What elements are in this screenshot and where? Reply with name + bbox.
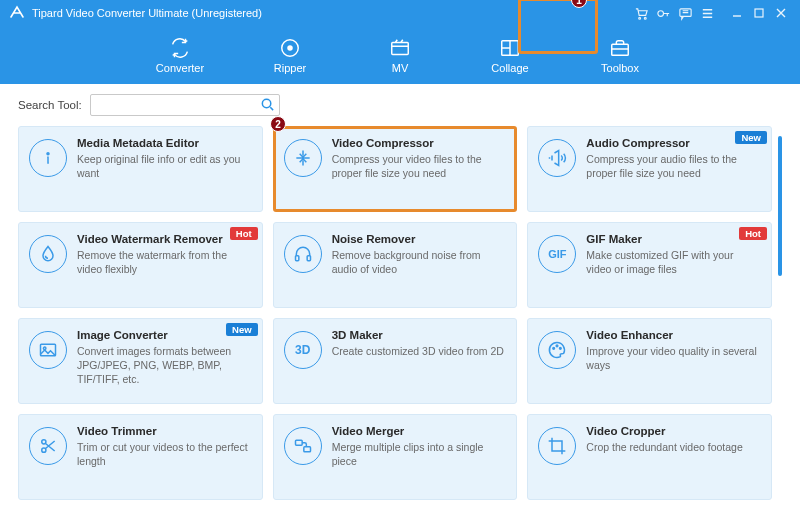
- hot-badge: Hot: [739, 227, 767, 240]
- svg-point-10: [262, 99, 270, 107]
- new-badge: New: [226, 323, 258, 336]
- droplet-icon: [29, 235, 67, 273]
- crop-icon: [538, 427, 576, 465]
- app-window: Tipard Video Converter Ultimate (Unregis…: [0, 0, 800, 519]
- tool-video-trimmer[interactable]: Video TrimmerTrim or cut your videos to …: [18, 414, 263, 500]
- svg-rect-9: [612, 44, 629, 55]
- scrollbar-thumb[interactable]: [778, 136, 782, 276]
- svg-point-19: [42, 440, 46, 444]
- tool-gif-maker[interactable]: Hot GIF GIF MakerMake customized GIF wit…: [527, 222, 772, 308]
- palette-icon: [538, 331, 576, 369]
- tool-noise-remover[interactable]: Noise RemoverRemove background noise fro…: [273, 222, 518, 308]
- compress-icon: [284, 139, 322, 177]
- tool-video-merger[interactable]: Video MergerMerge multiple clips into a …: [273, 414, 518, 500]
- tool-video-watermark-remover[interactable]: Hot Video Watermark RemoverRemove the wa…: [18, 222, 263, 308]
- image-icon: [29, 331, 67, 369]
- tool-image-converter[interactable]: New Image ConverterConvert images format…: [18, 318, 263, 404]
- maximize-button[interactable]: [748, 2, 770, 24]
- app-logo-icon: [8, 4, 26, 22]
- content-area: Search Tool: 2 Media Metadata EditorKeep…: [0, 84, 800, 519]
- audio-compress-icon: [538, 139, 576, 177]
- tool-3d-maker[interactable]: 3D 3D MakerCreate customized 3D video fr…: [273, 318, 518, 404]
- cart-icon[interactable]: [630, 2, 652, 24]
- search-icon[interactable]: [260, 97, 275, 116]
- key-icon[interactable]: [652, 2, 674, 24]
- title-bar: Tipard Video Converter Ultimate (Unregis…: [0, 0, 800, 26]
- gif-icon: GIF: [538, 235, 576, 273]
- search-label: Search Tool:: [18, 99, 82, 111]
- new-badge: New: [735, 131, 767, 144]
- nav-ripper[interactable]: Ripper: [252, 30, 328, 80]
- svg-point-1: [644, 17, 646, 19]
- merge-icon: [284, 427, 322, 465]
- tool-grid: Media Metadata EditorKeep original file …: [18, 126, 772, 507]
- nav-converter[interactable]: Converter: [142, 30, 218, 80]
- tool-video-enhancer[interactable]: Video EnhancerImprove your video quality…: [527, 318, 772, 404]
- svg-rect-4: [755, 9, 763, 17]
- nav-bar: Converter Ripper MV Collage Toolbox 1: [0, 26, 800, 84]
- svg-rect-7: [392, 42, 409, 54]
- hot-badge: Hot: [230, 227, 258, 240]
- svg-rect-22: [303, 447, 310, 452]
- svg-point-18: [560, 348, 562, 350]
- app-title: Tipard Video Converter Ultimate (Unregis…: [32, 7, 262, 19]
- minimize-button[interactable]: [726, 2, 748, 24]
- tool-audio-compressor[interactable]: New Audio CompressorCompress your audio …: [527, 126, 772, 212]
- svg-rect-13: [307, 256, 310, 261]
- tool-video-compressor[interactable]: Video CompressorCompress your video file…: [273, 126, 518, 212]
- svg-point-16: [553, 348, 555, 350]
- menu-icon[interactable]: [696, 2, 718, 24]
- search-row: Search Tool:: [18, 94, 782, 116]
- scissors-icon: [29, 427, 67, 465]
- svg-point-2: [657, 10, 663, 16]
- tool-video-cropper[interactable]: Video CropperCrop the redundant video fo…: [527, 414, 772, 500]
- svg-point-0: [638, 17, 640, 19]
- tool-media-metadata-editor[interactable]: Media Metadata EditorKeep original file …: [18, 126, 263, 212]
- nav-mv[interactable]: MV: [362, 30, 438, 80]
- info-icon: [29, 139, 67, 177]
- svg-point-6: [287, 45, 293, 51]
- annotation-badge-2: 2: [270, 116, 286, 132]
- nav-toolbox[interactable]: Toolbox: [582, 30, 658, 80]
- svg-point-17: [556, 345, 558, 347]
- search-input[interactable]: [90, 94, 280, 116]
- close-button[interactable]: [770, 2, 792, 24]
- feedback-icon[interactable]: [674, 2, 696, 24]
- headphones-icon: [284, 235, 322, 273]
- scrollbar[interactable]: [778, 126, 782, 507]
- nav-collage[interactable]: Collage: [472, 30, 548, 80]
- svg-point-11: [47, 153, 49, 155]
- three-d-icon: 3D: [284, 331, 322, 369]
- search-box: [90, 94, 280, 116]
- svg-point-20: [42, 448, 46, 452]
- svg-rect-21: [295, 440, 302, 445]
- svg-rect-12: [295, 256, 298, 261]
